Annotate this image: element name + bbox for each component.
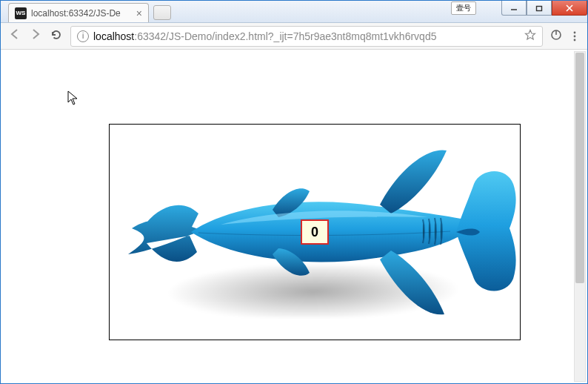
- arrow-left-icon: [8, 27, 21, 41]
- site-info-icon[interactable]: i: [77, 30, 89, 42]
- mouse-cursor-icon: [67, 90, 81, 110]
- shark-image: 0: [110, 125, 520, 340]
- tab-close-button[interactable]: ×: [136, 7, 142, 19]
- scrollbar-thumb[interactable]: [575, 53, 584, 283]
- image-frame: 0: [109, 124, 521, 340]
- reload-icon: [50, 28, 63, 42]
- power-icon: [550, 29, 562, 41]
- back-button[interactable]: [8, 27, 21, 44]
- window-controls: [501, 1, 587, 16]
- svg-point-7: [574, 35, 576, 37]
- maximize-button[interactable]: [527, 1, 552, 16]
- svg-rect-1: [537, 6, 542, 10]
- counter-value: 0: [311, 225, 318, 240]
- url-text: localhost:63342/JS-Demo/index2.html?_ijt…: [93, 30, 520, 42]
- url-path: :63342/JS-Demo/index2.html?_ijt=7h5r9ae3…: [134, 30, 436, 42]
- address-bar[interactable]: i localhost:63342/JS-Demo/index2.html?_i…: [70, 26, 543, 47]
- menu-button[interactable]: [569, 30, 580, 42]
- new-tab-button[interactable]: [153, 5, 171, 20]
- forward-button[interactable]: [29, 27, 42, 44]
- counter-box: 0: [301, 219, 329, 245]
- minimize-button[interactable]: [501, 1, 527, 16]
- favicon-icon: WS: [15, 7, 27, 19]
- browser-tab[interactable]: WS localhost:63342/JS-De ×: [8, 3, 149, 22]
- extension-button[interactable]: [550, 29, 562, 44]
- maximize-icon: [535, 4, 543, 12]
- browser-window: 壹号 WS localhost:63342/JS-De ×: [0, 0, 588, 384]
- reload-button[interactable]: [50, 28, 63, 44]
- vertical-scrollbar[interactable]: [574, 51, 586, 382]
- url-host: localhost: [93, 30, 134, 42]
- minimize-icon: [510, 4, 518, 12]
- close-icon: [565, 4, 574, 13]
- arrow-right-icon: [29, 27, 42, 41]
- star-icon: [524, 29, 536, 41]
- close-button[interactable]: [552, 1, 587, 16]
- kebab-icon: [569, 30, 580, 42]
- page-viewport: 0: [1, 50, 587, 383]
- bookmark-button[interactable]: [524, 29, 536, 44]
- toolbar: i localhost:63342/JS-Demo/index2.html?_i…: [1, 23, 587, 50]
- svg-point-6: [574, 31, 576, 33]
- svg-point-8: [574, 39, 576, 41]
- tab-title: localhost:63342/JS-De: [31, 8, 132, 19]
- ime-indicator: 壹号: [451, 1, 476, 15]
- titlebar: 壹号 WS localhost:63342/JS-De ×: [1, 1, 587, 23]
